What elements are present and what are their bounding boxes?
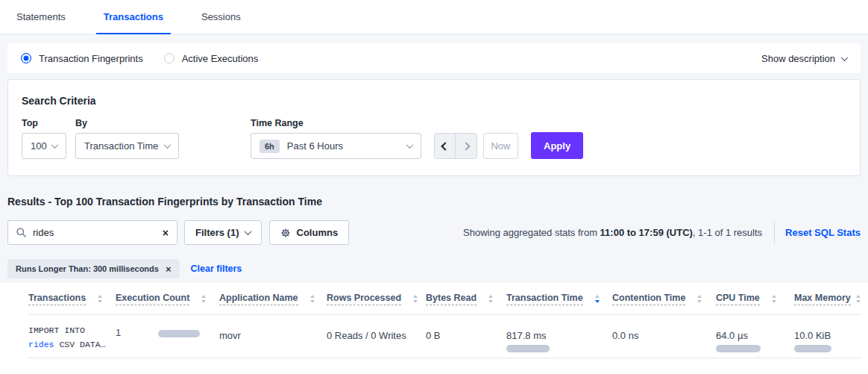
transaction-fingerprint-link[interactable]: IMPORT INTO rides CSV DATA… [28,315,116,352]
show-description-label: Show description [761,53,835,64]
view-toggle-radios: Transaction Fingerprints Active Executio… [21,53,258,64]
clear-filters-link[interactable]: Clear filters [191,264,242,274]
search-criteria-controls: Top 100 By Transaction Time Time Range 6… [22,118,846,159]
sort-icon[interactable] [201,295,206,303]
aggregated-stats-text: Showing aggregated stats from 11:00 to 1… [463,227,762,238]
radio-selected-icon [21,53,31,63]
table-row: IMPORT INTO rides CSV DATA… 1 movr 0 Rea… [28,315,862,358]
by-select[interactable]: Transaction Time [75,133,179,159]
clear-search-icon[interactable]: × [163,228,169,238]
contention-time-cell: 0.0 ns [612,315,716,341]
time-range-value: Past 6 Hours [287,140,343,152]
filters-button[interactable]: Filters (1) [184,220,262,245]
chevron-down-icon [164,141,172,149]
column-header-application-name[interactable]: Application Name [219,293,327,305]
by-label: By [75,118,185,128]
radio-label: Active Executions [182,53,259,64]
execution-count-bar [158,330,200,337]
top-label: Top [22,118,75,128]
next-time-window-button[interactable] [456,134,477,158]
column-header-transactions[interactable]: Transactions [28,293,116,305]
transactions-table: Transactions Execution Count Application… [0,283,868,374]
rows-processed-cell: 0 Reads / 0 Writes [327,315,426,341]
columns-button-label: Columns [297,227,339,238]
search-icon [16,228,26,237]
cpu-time-cell: 64.0 µs [716,315,794,352]
column-header-execution-count[interactable]: Execution Count [116,293,219,305]
sort-icon[interactable] [772,295,776,303]
vertical-divider [774,222,775,244]
chevron-right-icon [462,142,470,150]
time-window-nav [434,133,477,159]
execution-count-cell: 1 [116,315,219,338]
search-input[interactable] [33,227,163,238]
search-criteria-title: Search Criteria [22,95,846,107]
sort-icon[interactable] [595,295,600,303]
now-button[interactable]: Now [483,133,518,159]
view-toggle-bar: Transaction Fingerprints Active Executio… [7,43,861,73]
results-toolbar: × Filters (1) Columns Showing aggregated… [7,220,861,245]
sort-icon[interactable] [310,295,315,303]
radio-active-executions[interactable]: Active Executions [164,53,259,64]
transaction-time-bar [506,345,550,352]
time-range-select[interactable]: 6h Past 6 Hours [251,133,421,159]
chevron-down-icon [841,54,849,61]
remove-filter-icon[interactable]: × [166,264,172,274]
time-range-label: Time Range [251,118,421,128]
filter-chip: Runs Longer Than: 300 milliseconds × [7,259,180,278]
tab-transactions[interactable]: Transactions [96,0,171,34]
active-filters-row: Runs Longer Than: 300 milliseconds × Cle… [7,259,861,278]
tab-bar: Statements Transactions Sessions [0,0,868,34]
column-header-rows-processed[interactable]: Rows Processed [327,293,426,305]
top-select[interactable]: 100 [22,133,66,159]
by-select-value: Transaction Time [84,140,158,152]
bytes-read-cell: 0 B [426,315,506,341]
top-field: Top 100 [22,118,75,159]
search-criteria-panel: Search Criteria Top 100 By Transaction T… [7,79,861,176]
columns-button[interactable]: Columns [269,220,350,245]
apply-button[interactable]: Apply [531,132,583,159]
radio-unselected-icon [164,53,174,63]
radio-transaction-fingerprints[interactable]: Transaction Fingerprints [21,53,143,64]
chevron-left-icon [441,142,449,150]
top-select-value: 100 [31,140,47,152]
transaction-time-cell: 817.8 ms [506,315,612,352]
max-memory-bar [794,345,831,352]
filters-button-label: Filters (1) [195,227,239,238]
reset-sql-stats-link[interactable]: Reset SQL Stats [785,227,861,238]
chevron-down-icon [51,141,59,149]
results-search-box: × [7,220,177,245]
tab-sessions[interactable]: Sessions [194,0,248,34]
sql-activity-page: Statements Transactions Sessions Transac… [0,0,868,374]
cpu-time-bar [716,345,761,352]
max-memory-cell: 10.0 KiB [794,315,862,352]
radio-label: Transaction Fingerprints [39,53,143,64]
sort-icon[interactable] [856,295,861,303]
column-header-bytes-read[interactable]: Bytes Read [426,293,506,305]
column-header-contention-time[interactable]: Contention Time [612,293,716,305]
show-description-toggle[interactable]: Show description [761,53,847,64]
sort-icon[interactable] [98,295,102,303]
table-header-row: Transactions Execution Count Application… [28,283,862,315]
column-header-cpu-time[interactable]: CPU Time [716,293,794,305]
results-heading: Results - Top 100 Transaction Fingerprin… [7,196,861,208]
previous-time-window-button[interactable] [435,134,456,158]
chevron-down-icon [244,228,251,235]
sort-icon[interactable] [413,295,418,303]
tab-statements[interactable]: Statements [9,0,73,34]
gear-icon [280,228,291,238]
by-field: By Transaction Time [75,118,185,159]
time-range-field: Time Range 6h Past 6 Hours [251,118,421,159]
application-name-cell: movr [219,315,327,341]
sort-icon[interactable] [488,295,493,303]
chevron-down-icon [406,141,414,149]
filter-chip-label: Runs Longer Than: 300 milliseconds [16,264,159,273]
column-header-max-memory[interactable]: Max Memory [794,293,862,305]
time-range-badge: 6h [260,140,280,153]
sort-icon[interactable] [697,295,702,303]
column-header-transaction-time[interactable]: Transaction Time [506,293,612,305]
